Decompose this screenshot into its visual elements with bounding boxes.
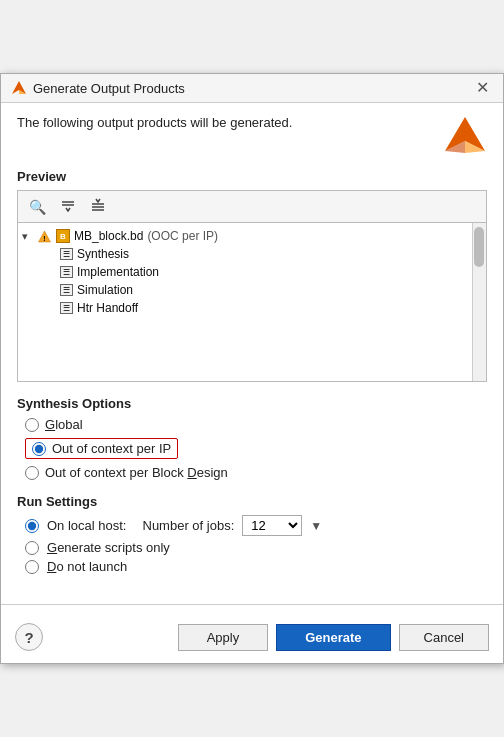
run-no-launch-radio[interactable]	[25, 560, 39, 574]
run-settings-section: Run Settings On local host: Number of jo…	[17, 494, 487, 574]
synthesis-options-label: Synthesis Options	[17, 396, 487, 411]
tree-expand-icon[interactable]: ▾	[22, 230, 36, 243]
dialog-body: The following output products will be ge…	[1, 103, 503, 594]
info-text: The following output products will be ge…	[17, 115, 439, 130]
preview-label: Preview	[17, 169, 487, 184]
synthesis-ooc-bd-label[interactable]: Out of context per Block Design	[45, 465, 228, 480]
vivado-logo-area	[439, 115, 487, 155]
run-local-label[interactable]: On local host:	[47, 518, 127, 533]
synthesis-ooc-bd-radio[interactable]	[25, 466, 39, 480]
synthesis-option-global[interactable]: Global	[25, 417, 487, 432]
tree-child-synthesis[interactable]: ☰ Synthesis	[18, 245, 486, 263]
tree-child-htr[interactable]: ☰ Htr Handoff	[18, 299, 486, 317]
synthesis-options-section: Synthesis Options Global Out of context …	[17, 396, 487, 480]
synthesis-ooc-ip-label[interactable]: Out of context per IP	[52, 441, 171, 456]
collapse-toolbar-button[interactable]	[55, 195, 81, 218]
dropdown-arrow-icon: ▼	[310, 519, 322, 533]
synth-file-icon: ☰	[58, 247, 74, 261]
info-row: The following output products will be ge…	[17, 115, 487, 155]
search-toolbar-button[interactable]: 🔍	[24, 196, 51, 218]
preview-toolbar: 🔍	[17, 190, 487, 222]
apply-button[interactable]: Apply	[178, 624, 269, 651]
collapse-icon	[60, 198, 76, 212]
cancel-button[interactable]: Cancel	[399, 624, 489, 651]
expand-toolbar-button[interactable]	[85, 195, 111, 218]
scrollbar[interactable]	[472, 223, 486, 381]
footer-divider	[1, 604, 503, 605]
generate-button[interactable]: Generate	[276, 624, 390, 651]
run-option-no-launch[interactable]: Do not launch	[17, 559, 487, 574]
tree-root-meta: (OOC per IP)	[147, 229, 218, 243]
tree-root-name: MB_block.bd	[74, 229, 143, 243]
run-option-scripts[interactable]: Generate scripts only	[17, 540, 487, 555]
run-scripts-radio[interactable]	[25, 541, 39, 555]
tree-child-implementation-label: Implementation	[77, 265, 159, 279]
run-settings-label: Run Settings	[17, 494, 487, 509]
tree-root-row[interactable]: ▾ ! B MB_block.bd (OOC per IP)	[18, 227, 486, 245]
dialog-footer: ? Apply Generate Cancel	[1, 615, 503, 663]
synthesis-option-ooc-bd[interactable]: Out of context per Block Design	[25, 465, 487, 480]
help-button[interactable]: ?	[15, 623, 43, 651]
title-bar: Generate Output Products ✕	[1, 74, 503, 103]
tree-inner[interactable]: ▾ ! B MB_block.bd (OOC per IP)	[18, 223, 486, 381]
warning-icon: !	[36, 229, 52, 243]
jobs-label: Number of jobs:	[143, 518, 235, 533]
bd-file-icon: B	[55, 229, 71, 243]
sim-file-icon: ☰	[58, 283, 74, 297]
synthesis-ooc-ip-radio[interactable]	[32, 442, 46, 456]
close-button[interactable]: ✕	[472, 80, 493, 96]
vivado-logo-icon	[443, 115, 487, 153]
expand-icon	[90, 198, 106, 212]
scrollbar-thumb[interactable]	[474, 227, 484, 267]
synthesis-global-radio[interactable]	[25, 418, 39, 432]
synthesis-global-label[interactable]: Global	[45, 417, 83, 432]
run-option-local[interactable]: On local host: Number of jobs: 2 4 6 8 1…	[17, 515, 487, 536]
preview-tree: ▾ ! B MB_block.bd (OOC per IP)	[17, 222, 487, 382]
synthesis-radio-group: Global Out of context per IP Out of cont…	[17, 417, 487, 480]
impl-file-icon: ☰	[58, 265, 74, 279]
tree-child-synthesis-label: Synthesis	[77, 247, 129, 261]
preview-section: Preview 🔍	[17, 169, 487, 382]
tree-child-simulation-label: Simulation	[77, 283, 133, 297]
ooc-ip-highlight-box: Out of context per IP	[25, 438, 178, 459]
run-scripts-label[interactable]: Generate scripts only	[47, 540, 170, 555]
generate-output-dialog: Generate Output Products ✕ The following…	[0, 73, 504, 664]
run-no-launch-label[interactable]: Do not launch	[47, 559, 127, 574]
synthesis-option-ooc-ip[interactable]: Out of context per IP	[25, 438, 487, 459]
tree-child-implementation[interactable]: ☰ Implementation	[18, 263, 486, 281]
run-local-radio[interactable]	[25, 519, 39, 533]
svg-text:!: !	[43, 234, 45, 241]
dialog-title: Generate Output Products	[33, 81, 185, 96]
tree-child-htr-label: Htr Handoff	[77, 301, 138, 315]
jobs-select[interactable]: 2 4 6 8 10 12 16	[242, 515, 302, 536]
vivado-title-icon	[11, 80, 27, 96]
footer-buttons: Apply Generate Cancel	[178, 624, 489, 651]
tree-child-simulation[interactable]: ☰ Simulation	[18, 281, 486, 299]
htr-file-icon: ☰	[58, 301, 74, 315]
